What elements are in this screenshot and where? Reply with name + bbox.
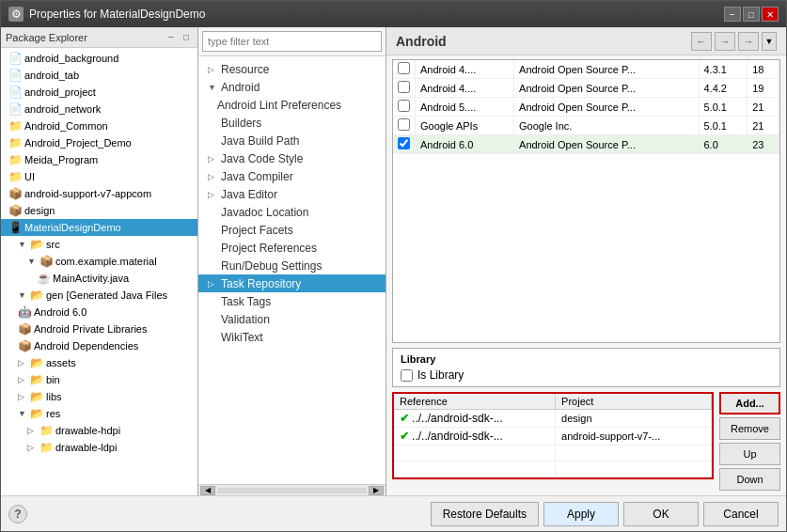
close-button[interactable]: ✕: [762, 7, 779, 22]
tree-item-ui[interactable]: 📁 UI: [1, 168, 197, 185]
tree-item-material-design-demo[interactable]: 📱 MaterialDesignDemo: [1, 219, 197, 236]
settings-item-java-compiler[interactable]: ▷ Java Compiler: [198, 167, 386, 185]
down-button[interactable]: Down: [719, 468, 780, 491]
settings-item-run-debug[interactable]: Run/Debug Settings: [198, 257, 386, 274]
android-version-cell: 6.0: [699, 154, 748, 155]
settings-item-builders[interactable]: Builders: [198, 114, 386, 132]
add-button[interactable]: Add...: [719, 392, 780, 415]
dialog-bottom-right: Restore Defaults Apply OK Cancel: [431, 502, 779, 526]
tree-item-src[interactable]: ▼ 📂 src: [1, 236, 197, 253]
row-checkbox[interactable]: [398, 137, 410, 149]
settings-item-android[interactable]: ▼ Android: [198, 78, 386, 96]
dialog-window: ⚙ Properties for MaterialDesignDemo − □ …: [0, 0, 787, 532]
minimize-button[interactable]: −: [724, 7, 741, 22]
row-checkbox[interactable]: [398, 81, 410, 93]
cancel-button[interactable]: Cancel: [703, 502, 779, 526]
settings-item-validation[interactable]: Validation: [198, 310, 386, 328]
row-checkbox[interactable]: [398, 62, 410, 74]
checkbox-cell[interactable]: [393, 60, 416, 79]
settings-item-java-code-style[interactable]: ▷ Java Code Style: [198, 149, 386, 167]
tree-item-res[interactable]: ▼ 📂 res: [1, 405, 197, 422]
checkbox-cell[interactable]: [393, 135, 416, 154]
settings-item-android-lint[interactable]: Android Lint Preferences: [198, 96, 386, 114]
checkbox-cell[interactable]: [393, 117, 416, 135]
right-panel-title: Android: [396, 34, 447, 49]
tree-item-main-activity[interactable]: ☕ MainActivity.java: [1, 270, 197, 287]
scroll-left-btn[interactable]: ◀: [200, 486, 215, 495]
settings-item-task-tags[interactable]: Task Tags: [198, 292, 386, 310]
ok-button[interactable]: OK: [623, 502, 699, 526]
settings-item-project-references[interactable]: Project References: [198, 239, 386, 257]
expand-arrow-icon: ▼: [18, 290, 27, 300]
android-api-cell: 23: [748, 135, 779, 154]
apply-button[interactable]: Apply: [543, 502, 619, 526]
settings-item-resource[interactable]: ▷ Resource: [198, 60, 386, 78]
tree-item-drawable-hdpi[interactable]: ▷ 📁 drawable-hdpi: [1, 422, 197, 439]
table-row: Google APIs Google Inc. 5.0.1 21: [393, 117, 779, 135]
tree-item-android-support[interactable]: 📦 android-support-v7-appcom: [1, 185, 197, 202]
nav-dropdown-button[interactable]: ▼: [762, 32, 777, 51]
reference-row-2[interactable]: ✔ ../../android-sdk-... android-support-…: [394, 428, 712, 446]
explorer-minimize-btn[interactable]: −: [165, 31, 178, 44]
horizontal-scrollbar[interactable]: ◀ ▶: [198, 484, 386, 495]
title-bar: ⚙ Properties for MaterialDesignDemo − □ …: [1, 1, 786, 27]
up-button[interactable]: Up: [719, 443, 780, 465]
tree-item-android-common[interactable]: 📁 Android_Common: [1, 117, 197, 134]
dialog-bottom-left: ?: [8, 505, 27, 524]
settings-tree: ▷ Resource ▼ Android Android Lint Prefer…: [198, 56, 386, 484]
settings-item-label: Builders: [221, 117, 261, 130]
tree-item-assets[interactable]: ▷ 📂 assets: [1, 354, 197, 371]
checkbox-cell[interactable]: [393, 79, 416, 98]
tree-item-android-tab[interactable]: 📄 android_tab: [1, 67, 197, 84]
settings-arrow-icon: [208, 136, 217, 146]
tree-label: drawable-hdpi: [55, 425, 120, 436]
reference-row-1[interactable]: ✔ ../../android-sdk-... design: [394, 410, 712, 428]
android-sdk-table-container: Android 4.... Android Open Source P... 4…: [392, 59, 780, 343]
tree-item-android-private[interactable]: 📦 Android Private Libraries: [1, 321, 197, 337]
settings-item-java-build-path[interactable]: Java Build Path: [198, 132, 386, 149]
android-vendor-cell: Android Open Source P...: [514, 135, 699, 154]
tree-item-bin[interactable]: ▷ 📂 bin: [1, 371, 197, 388]
row-checkbox[interactable]: [398, 118, 410, 131]
settings-item-task-repository[interactable]: ▷ Task Repository: [198, 274, 386, 292]
filter-input[interactable]: [202, 31, 382, 52]
help-button[interactable]: ?: [8, 505, 27, 524]
tree-item-android-background[interactable]: 📄 android_background: [1, 50, 197, 67]
restore-button[interactable]: □: [743, 7, 760, 22]
restore-defaults-button[interactable]: Restore Defaults: [431, 502, 539, 526]
tree-item-android-60[interactable]: 🤖 Android 6.0: [1, 304, 197, 321]
nav-forward-button[interactable]: →: [715, 32, 735, 51]
tree-item-com-example[interactable]: ▼ 📦 com.example.material: [1, 253, 197, 270]
checkbox-cell[interactable]: [393, 98, 416, 117]
explorer-maximize-btn[interactable]: □: [180, 31, 193, 44]
tree-item-gen[interactable]: ▼ 📂 gen [Generated Java Files: [1, 287, 197, 304]
is-library-checkbox[interactable]: [401, 369, 413, 382]
android-icon: 🤖: [18, 305, 31, 319]
android-api-cell: 21: [748, 117, 779, 135]
row-checkbox[interactable]: [398, 100, 410, 112]
android-name-cell: Google APIs: [416, 117, 514, 135]
expand-arrow-icon: ▼: [27, 257, 37, 266]
settings-item-javadoc[interactable]: Javadoc Location: [198, 203, 386, 221]
tree-item-android-deps[interactable]: 📦 Android Dependencies: [1, 337, 197, 354]
remove-button[interactable]: Remove: [719, 417, 780, 440]
settings-item-java-editor[interactable]: ▷ Java Editor: [198, 185, 386, 203]
tree-item-android-project-demo[interactable]: 📁 Android_Project_Demo: [1, 134, 197, 151]
tree-item-android-project[interactable]: 📄 android_project: [1, 84, 197, 101]
tree-item-libs[interactable]: ▷ 📂 libs: [1, 388, 197, 405]
tree-item-design[interactable]: 📦 design: [1, 202, 197, 219]
reference-project-cell: android-support-v7-...: [556, 428, 712, 446]
nav-forward2-button[interactable]: →: [738, 32, 759, 51]
nav-back-button[interactable]: ←: [691, 32, 712, 51]
tree-item-android-network[interactable]: 📄 android_network: [1, 101, 197, 117]
settings-item-wikitext[interactable]: WikiText: [198, 328, 386, 346]
checkbox-cell[interactable]: [393, 154, 416, 155]
scroll-right-btn[interactable]: ▶: [369, 486, 384, 495]
tree-item-drawable-ldpi[interactable]: ▷ 📁 drawable-ldpi: [1, 439, 197, 456]
tree-item-meida-program[interactable]: 📁 Meida_Program: [1, 151, 197, 168]
reference-col-header: Reference: [394, 394, 556, 410]
explorer-controls: − □: [165, 31, 193, 44]
android-name-cell: Android 6.0: [416, 135, 514, 154]
settings-item-project-facets[interactable]: Project Facets: [198, 221, 386, 239]
settings-arrow-icon: [208, 118, 217, 128]
